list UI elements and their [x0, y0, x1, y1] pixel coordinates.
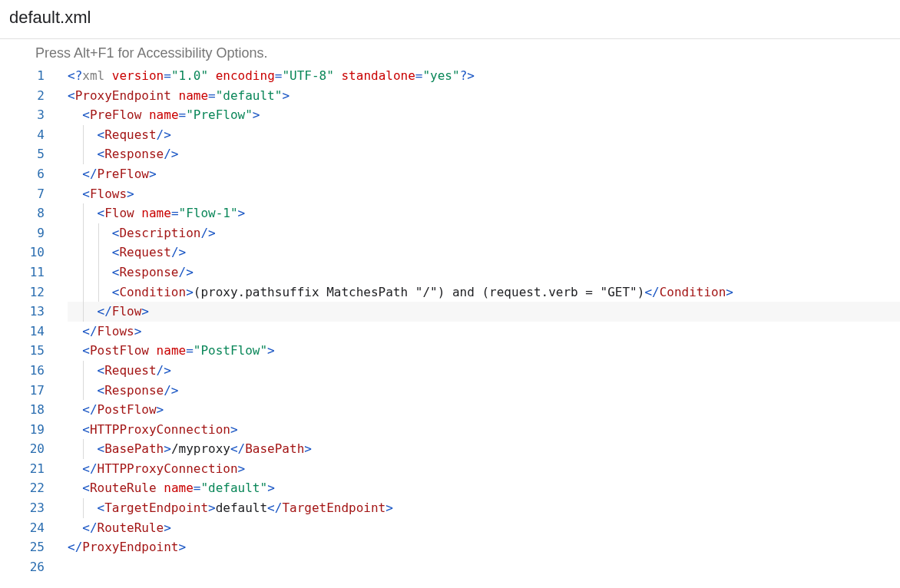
code-token: /> [157, 363, 171, 378]
code-area[interactable]: 1234567891011121314151617181920212223242… [0, 66, 900, 576]
code-token: > [253, 107, 260, 122]
code-token: /> [179, 265, 194, 279]
code-editor[interactable]: Press Alt+F1 for Accessibility Options. … [0, 38, 900, 576]
code-token: < [98, 206, 105, 220]
code-token: encoding [216, 68, 275, 83]
code-token: name [164, 481, 194, 495]
code-token: Request [119, 245, 170, 259]
line-number[interactable]: 3 [0, 105, 45, 125]
code-line[interactable] [68, 557, 900, 577]
code-line[interactable]: <BasePath>/myproxy</BasePath> [68, 439, 900, 459]
code-line[interactable]: </RouteRule> [68, 518, 900, 538]
code-token: HTTPProxyConnection [90, 422, 230, 437]
code-line[interactable]: <Response/> [68, 144, 900, 164]
line-number[interactable]: 15 [0, 341, 45, 361]
code-line[interactable]: <Condition>(proxy.pathsuffix MatchesPath… [68, 282, 900, 302]
code-token: standalone [341, 68, 415, 83]
line-number-gutter[interactable]: 1234567891011121314151617181920212223242… [0, 66, 68, 576]
code-token: < [98, 500, 105, 515]
line-number[interactable]: 24 [0, 518, 45, 538]
code-line[interactable]: <HTTPProxyConnection> [68, 420, 900, 440]
line-number[interactable]: 20 [0, 439, 45, 459]
line-number[interactable]: 18 [0, 400, 45, 420]
code-token: > [267, 481, 275, 495]
code-token: > [238, 461, 246, 476]
code-token: (proxy.pathsuffix MatchesPath "/") and (… [194, 285, 645, 299]
code-token: < [68, 88, 75, 103]
line-number[interactable]: 16 [0, 361, 45, 381]
code-line[interactable]: </Flows> [68, 322, 900, 342]
line-number[interactable]: 4 [0, 125, 45, 145]
code-token: > [179, 540, 187, 554]
code-token: TargetEndpoint [282, 500, 385, 515]
code-line[interactable]: </PostFlow> [68, 400, 900, 420]
code-token: > [385, 500, 393, 515]
code-line[interactable]: <?xml version="1.0" encoding="UTF-8" sta… [68, 66, 900, 86]
code-token: ?> [460, 68, 475, 83]
code-token: </ [82, 324, 97, 339]
code-token: Flows [90, 187, 127, 201]
code-line[interactable]: <Response/> [68, 263, 900, 282]
line-number[interactable]: 8 [0, 203, 45, 223]
line-number[interactable]: 2 [0, 86, 45, 106]
code-line[interactable]: <Flows> [68, 184, 900, 204]
code-token: /myproxy [171, 441, 230, 456]
code-line[interactable]: <Flow name="Flow-1"> [68, 203, 900, 223]
code-token: </ [82, 461, 97, 476]
code-token: > [726, 285, 733, 299]
code-line[interactable]: <Response/> [68, 381, 900, 401]
code-line[interactable]: <PostFlow name="PostFlow"> [68, 341, 900, 361]
code-content[interactable]: <?xml version="1.0" encoding="UTF-8" sta… [68, 66, 900, 576]
code-token: Request [104, 127, 156, 142]
line-number[interactable]: 22 [0, 478, 45, 498]
code-line[interactable]: </ProxyEndpoint> [68, 537, 900, 557]
code-token: ProxyEndpoint [75, 88, 171, 103]
line-number[interactable]: 25 [0, 537, 45, 557]
code-token: < [98, 363, 105, 378]
code-line[interactable]: <PreFlow name="PreFlow"> [68, 105, 900, 125]
line-number[interactable]: 14 [0, 322, 45, 342]
code-token: > [134, 324, 142, 339]
code-token: Response [104, 383, 164, 398]
line-number[interactable]: 19 [0, 420, 45, 440]
code-token: ProxyEndpoint [82, 540, 178, 554]
code-token [134, 206, 142, 220]
code-token: > [149, 167, 157, 181]
code-line[interactable]: </PreFlow> [68, 164, 900, 184]
line-number[interactable]: 5 [0, 144, 45, 164]
code-line[interactable]: <Request/> [68, 243, 900, 263]
code-token: RouteRule [90, 481, 157, 495]
code-line[interactable]: <Description/> [68, 223, 900, 243]
code-line[interactable]: <Request/> [68, 361, 900, 381]
code-line[interactable]: <ProxyEndpoint name="default"> [68, 86, 900, 106]
line-number[interactable]: 13 [0, 302, 45, 322]
line-number[interactable]: 6 [0, 164, 45, 184]
code-token: PreFlow [98, 167, 149, 181]
code-line[interactable]: </Flow> [68, 302, 900, 322]
code-token: </ [644, 285, 659, 299]
code-line[interactable]: <TargetEndpoint>default</TargetEndpoint> [68, 498, 900, 518]
code-token: HTTPProxyConnection [98, 461, 238, 476]
code-token: > [157, 402, 164, 417]
line-number[interactable]: 26 [0, 557, 45, 577]
code-token: "PostFlow" [194, 343, 267, 358]
code-line[interactable]: </HTTPProxyConnection> [68, 459, 900, 479]
code-token: > [208, 500, 216, 515]
code-token: "PreFlow" [186, 107, 253, 122]
code-token: /> [164, 147, 178, 161]
line-number[interactable]: 23 [0, 498, 45, 518]
line-number[interactable]: 21 [0, 459, 45, 479]
line-number[interactable]: 1 [0, 66, 45, 86]
line-number[interactable]: 17 [0, 381, 45, 401]
line-number[interactable]: 9 [0, 223, 45, 243]
code-line[interactable]: <RouteRule name="default"> [68, 478, 900, 498]
code-token: < [112, 245, 120, 259]
code-token: = [179, 107, 187, 122]
line-number[interactable]: 7 [0, 184, 45, 204]
line-number[interactable]: 12 [0, 282, 45, 302]
code-token: BasePath [245, 441, 304, 456]
line-number[interactable]: 10 [0, 243, 45, 263]
line-number[interactable]: 11 [0, 263, 45, 282]
code-token: TargetEndpoint [104, 500, 208, 515]
code-line[interactable]: <Request/> [68, 125, 900, 145]
